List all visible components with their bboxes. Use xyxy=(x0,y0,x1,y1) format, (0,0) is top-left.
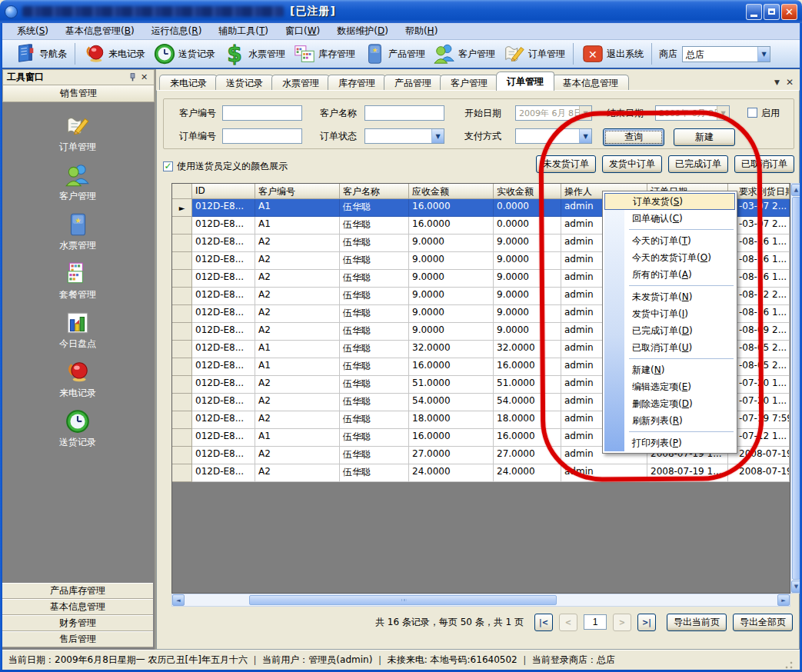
resize-grip[interactable] xyxy=(784,660,794,670)
status-filter-button-2[interactable]: 已完成订单 xyxy=(668,155,728,173)
prev-page-button[interactable]: < xyxy=(559,614,577,631)
context-menu-item-今天的发货订单[interactable]: 今天的发货订单(O) xyxy=(604,249,735,266)
row-selector-cell[interactable] xyxy=(172,394,192,411)
column-header-1[interactable]: 客户编号 xyxy=(255,184,340,199)
pin-icon[interactable] xyxy=(127,72,138,83)
toolbar-button-incoming-call[interactable]: 来电记录 xyxy=(79,41,149,67)
context-menu-item-打印列表[interactable]: 打印列表(P) xyxy=(604,434,735,451)
context-menu-item-已取消订单[interactable]: 已取消订单(U) xyxy=(604,339,735,356)
minimize-button[interactable] xyxy=(746,4,762,20)
end-date-picker[interactable]: 2009年 6月 8日 ▼ xyxy=(655,105,730,121)
customer-no-input[interactable] xyxy=(222,105,302,121)
sidebar-item-order[interactable]: 订单管理 xyxy=(2,113,153,162)
sidebar-item-card[interactable]: ★水票管理 xyxy=(2,211,153,261)
tab-库存管理[interactable]: 库存管理 xyxy=(328,75,386,91)
status-filter-button-1[interactable]: 发货中订单 xyxy=(602,155,662,173)
query-button[interactable]: 查询 xyxy=(603,128,664,146)
payment-method-select[interactable]: ▼ xyxy=(515,128,592,144)
context-menu-item-订单发货[interactable]: 订单发货(S) xyxy=(604,193,735,210)
tab-送货记录[interactable]: 送货记录 xyxy=(215,75,274,91)
context-menu-item-已完成订单[interactable]: 已完成订单(D) xyxy=(604,322,735,339)
menu-item-T[interactable]: 辅助工具(T) xyxy=(210,23,277,39)
toolbar-button-dollar[interactable]: $水票管理 xyxy=(219,41,289,67)
sidebar-item-incoming-call[interactable]: 来电记录 xyxy=(2,359,153,408)
row-selector-cell[interactable] xyxy=(172,376,192,394)
toolbar-button-navbar[interactable]: 导航条 xyxy=(10,41,71,67)
scroll-left-icon[interactable]: ◄ xyxy=(172,594,185,606)
tab-产品管理[interactable]: 产品管理 xyxy=(384,75,442,91)
tool-window-close-icon[interactable]: ✕ xyxy=(138,72,150,83)
context-menu-item-未发货订单[interactable]: 未发货订单(N) xyxy=(604,288,735,305)
row-selector-cell[interactable] xyxy=(172,411,192,429)
new-button[interactable]: 新建 xyxy=(674,128,735,146)
color-display-checkbox[interactable]: ✓ xyxy=(163,161,173,171)
sidebar-section-2[interactable]: 财务管理 xyxy=(2,615,153,631)
row-selector-cell[interactable] xyxy=(172,341,192,358)
row-selector-cell[interactable] xyxy=(172,252,192,270)
column-header-0[interactable]: ID xyxy=(192,184,255,199)
close-button[interactable]: ✕ xyxy=(781,4,797,20)
export-current-page-button[interactable]: 导出当前页 xyxy=(667,614,727,631)
start-date-picker[interactable]: 2009年 6月 8日 ▼ xyxy=(515,105,592,121)
row-selector-cell[interactable] xyxy=(172,447,192,464)
sidebar-section-3[interactable]: 售后管理 xyxy=(2,631,153,647)
scroll-right-icon[interactable]: ► xyxy=(777,594,790,606)
page-number-input[interactable] xyxy=(584,614,607,630)
tab-订单管理[interactable]: 订单管理 xyxy=(496,72,554,91)
row-selector-cell[interactable] xyxy=(172,305,192,323)
tab-客户管理[interactable]: 客户管理 xyxy=(440,75,498,91)
status-filter-button-3[interactable]: 已取消订单 xyxy=(734,155,794,173)
row-selector-cell[interactable] xyxy=(172,323,192,341)
row-selector-cell[interactable] xyxy=(172,235,192,252)
column-header-2[interactable]: 客户名称 xyxy=(340,184,409,199)
toolbar-button-inventory[interactable]: 库存管理 xyxy=(289,41,359,67)
row-selector-cell[interactable] xyxy=(172,464,192,482)
toolbar-button-customer[interactable]: 客户管理 xyxy=(429,41,499,67)
toolbar-button-delivery[interactable]: 送货记录 xyxy=(149,41,219,67)
row-selector-cell[interactable] xyxy=(172,429,192,447)
context-menu-item-发货中订单[interactable]: 发货中订单(I) xyxy=(604,305,735,322)
sidebar-item-package[interactable]: 套餐管理 xyxy=(2,261,153,310)
sidebar-section-0[interactable]: 产品库存管理 xyxy=(2,583,153,599)
context-menu-item-编辑选定项[interactable]: 编辑选定项(E) xyxy=(604,378,735,395)
menu-item-D[interactable]: 数据维护(D) xyxy=(328,23,397,39)
sidebar-item-customer[interactable]: 客户管理 xyxy=(2,162,153,211)
horizontal-scroll-thumb[interactable] xyxy=(249,595,557,605)
sidebar-section-1[interactable]: 基本信息管理 xyxy=(2,599,153,615)
sidebar-section-sales[interactable]: 销售管理 xyxy=(2,85,155,102)
context-menu-item-删除选定项[interactable]: 删除选定项(D) xyxy=(604,395,735,412)
sidebar-item-delivery[interactable]: 送货记录 xyxy=(2,408,153,457)
menu-item-S[interactable]: 系统(S) xyxy=(8,23,57,39)
toolbar-button-exit[interactable]: ✕退出系统 xyxy=(577,41,647,67)
row-selector-cell[interactable] xyxy=(172,288,192,305)
sidebar-item-chart[interactable]: 今日盘点 xyxy=(2,310,153,359)
status-filter-button-0[interactable]: 未发货订单 xyxy=(536,155,596,173)
row-selector-cell[interactable] xyxy=(172,270,192,288)
context-menu-item-今天的订单[interactable]: 今天的订单(T) xyxy=(604,232,735,249)
row-selector-cell[interactable]: ► xyxy=(172,199,192,217)
order-no-input[interactable] xyxy=(222,128,302,144)
order-status-select[interactable]: ▼ xyxy=(364,128,444,144)
next-page-button[interactable]: > xyxy=(613,614,631,631)
tab-close-icon[interactable]: ✕ xyxy=(786,77,794,88)
tab-list-dropdown-icon[interactable]: ▼ xyxy=(774,78,780,86)
column-header-3[interactable]: 应收金额 xyxy=(409,184,494,199)
toolbar-button-order[interactable]: 订单管理 xyxy=(499,41,569,67)
context-menu-item-回单确认[interactable]: 回单确认(C) xyxy=(604,210,735,227)
context-menu-item-刷新列表[interactable]: 刷新列表(R) xyxy=(604,412,735,429)
customer-name-input[interactable] xyxy=(364,105,444,121)
row-selector-cell[interactable] xyxy=(172,358,192,376)
last-page-button[interactable]: >| xyxy=(637,614,656,631)
first-page-button[interactable]: |< xyxy=(534,614,553,631)
tab-水票管理[interactable]: 水票管理 xyxy=(271,75,330,91)
menu-item-W[interactable]: 窗口(W) xyxy=(277,23,328,39)
enable-date-checkbox[interactable] xyxy=(747,108,757,118)
tab-基本信息管理[interactable]: 基本信息管理 xyxy=(552,75,629,91)
row-selector-cell[interactable] xyxy=(172,217,192,235)
table-row[interactable]: 012D-E8...A2伍华聪24.000024.0000admin2008-0… xyxy=(172,464,790,482)
toolbar-button-card[interactable]: ★产品管理 xyxy=(359,41,429,67)
menu-item-R[interactable]: 运行信息(R) xyxy=(143,23,211,39)
column-header-7[interactable]: 要求到货日期 xyxy=(728,184,790,199)
column-header-4[interactable]: 实收金额 xyxy=(494,184,561,199)
menu-item-B[interactable]: 基本信息管理(B) xyxy=(57,23,143,39)
